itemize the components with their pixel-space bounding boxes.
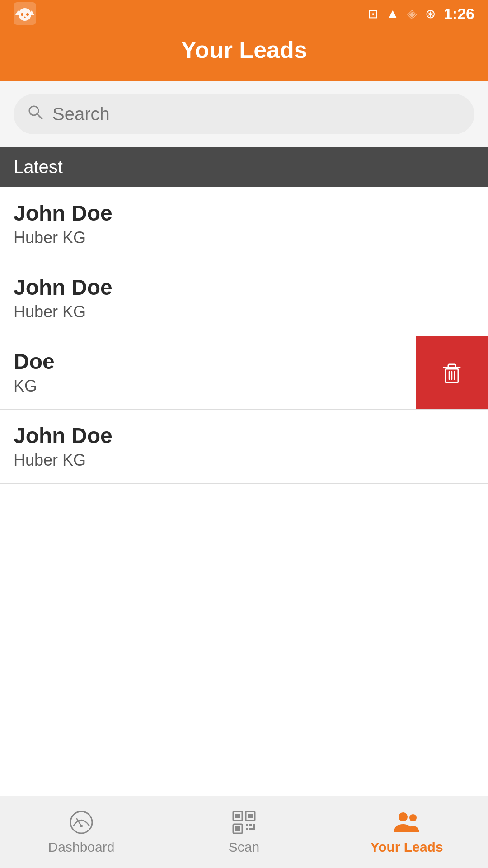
status-time: 1:26 [444,5,474,23]
svg-point-29 [399,812,408,821]
nav-item-your-leads[interactable]: Your Leads [325,801,488,864]
section-header: Latest [0,147,488,187]
svg-rect-23 [235,826,240,831]
list-item[interactable]: John DoeHuber KG [0,187,488,261]
nav-label-dashboard: Dashboard [48,840,115,855]
list-item[interactable]: DoeKG [0,335,488,410]
scan-icon [231,810,257,835]
status-bar: ⊡ ▲ ◈ ⊛ 1:26 [0,0,488,27]
page-title: Your Leads [181,36,307,63]
svg-point-15 [70,811,92,833]
lead-content: DoeKG [0,335,416,409]
lead-name: John Doe [14,201,474,226]
lead-content: John DoeHuber KG [0,410,488,483]
svg-rect-24 [246,824,248,826]
nav-label-scan: Scan [229,840,259,855]
nav-item-scan[interactable]: Scan [163,801,325,864]
dashboard-icon [69,810,94,835]
svg-rect-11 [448,364,455,368]
wifi-icon: ▲ [386,6,399,21]
list-item[interactable]: John DoeHuber KG [0,410,488,484]
section-label: Latest [14,157,63,177]
search-container [0,81,488,147]
lead-company: KG [14,377,402,396]
lead-name: John Doe [14,275,474,300]
search-input[interactable] [52,104,461,124]
lead-company: Huber KG [14,302,474,321]
svg-rect-21 [248,814,253,818]
delete-button[interactable] [416,336,488,409]
bottom-nav: Dashboard Scan Your Leads [0,796,488,868]
svg-point-30 [409,814,417,821]
lead-company: Huber KG [14,228,474,247]
status-bar-left [14,2,36,25]
svg-rect-28 [253,824,255,830]
lead-content: John DoeHuber KG [0,261,488,335]
svg-rect-25 [249,824,252,826]
app-logo [14,2,36,25]
svg-rect-26 [246,828,248,830]
lead-name: Doe [14,349,402,374]
leads-list: John DoeHuber KGJohn DoeHuber KGDoeKG Jo… [0,187,488,484]
svg-point-5 [26,13,29,16]
list-item[interactable]: John DoeHuber KG [0,261,488,335]
page-header: Your Leads [0,27,488,81]
svg-point-4 [21,13,23,16]
nav-item-dashboard[interactable]: Dashboard [0,801,163,864]
nav-label-your-leads: Your Leads [370,840,443,855]
your-leads-icon [393,810,420,835]
signal-icon: ◈ [407,6,417,21]
svg-rect-19 [235,814,240,818]
lead-company: Huber KG [14,451,474,470]
lead-name: John Doe [14,423,474,448]
screenshot-icon: ⊡ [368,6,378,21]
lead-content: John DoeHuber KG [0,187,488,261]
svg-line-8 [37,114,42,119]
dnd-icon: ⊛ [425,6,436,21]
search-bar[interactable] [14,94,474,134]
status-bar-right: ⊡ ▲ ◈ ⊛ 1:26 [368,5,474,23]
trash-icon [439,360,465,385]
search-icon [27,104,43,124]
